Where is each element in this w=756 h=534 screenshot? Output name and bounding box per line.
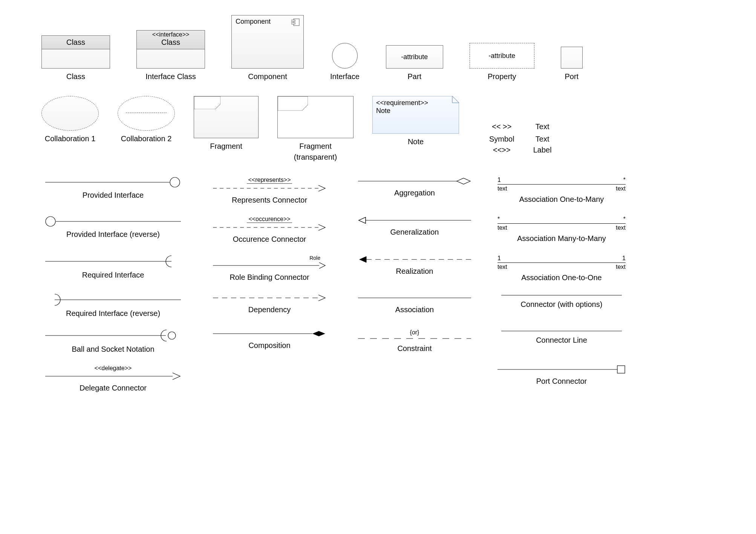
svg-rect-25	[617, 366, 625, 373]
occurence-arrow-icon	[213, 223, 326, 232]
association-label: Association	[395, 305, 434, 314]
collab1-caption: Collaboration 1	[45, 134, 96, 143]
interface-stereotype: <<interface>>	[138, 31, 203, 38]
collab2-shape	[118, 96, 175, 131]
assoc-mm-line	[497, 223, 626, 224]
ball-and-socket: Ball and Socket Notation	[41, 329, 185, 354]
connector-options-label: Connector (with options)	[521, 300, 603, 309]
fragment-shape	[194, 96, 259, 138]
empty-col2	[207, 365, 332, 392]
interface-class-box: <<interface>> Class	[136, 30, 205, 69]
text-label-text: Text	[536, 122, 549, 131]
role-arrow-icon	[213, 261, 326, 270]
assoc-mm-l1: *	[497, 216, 500, 223]
assoc-11-label: Association One-to-One	[497, 273, 626, 282]
component-icon	[291, 18, 300, 26]
svg-point-19	[168, 332, 176, 339]
provided-interface: Provided Interface	[41, 177, 185, 204]
assoc-1m-l1: 1	[497, 177, 501, 183]
connector-line: Connector Line	[497, 329, 626, 354]
assoc-11-r1: 1	[622, 255, 626, 262]
note-caption: Note	[408, 137, 424, 146]
required-interface: Required Interface	[41, 255, 185, 282]
symbol-text: << >>	[492, 122, 511, 131]
symbol-caption1: Symbol	[489, 135, 514, 143]
interface-class-body	[137, 49, 205, 68]
shape-property: -attribute Property	[470, 43, 534, 81]
provided-interface-rev-icon	[45, 216, 181, 227]
connector-with-options: Connector (with options)	[497, 293, 626, 318]
class-caption: Class	[66, 72, 85, 81]
component-caption: Component	[248, 72, 287, 81]
represents-anno: <<represents>>	[247, 177, 292, 184]
interface-class-title: <<interface>> Class	[137, 31, 205, 49]
composition-icon	[213, 329, 326, 338]
provided-interface-reverse: Provided Interface (reverse)	[41, 216, 185, 244]
assoc-one-to-one: 1 1 text text Association One-to-One	[497, 255, 626, 282]
svg-rect-2	[291, 23, 295, 24]
required-interface-rev-label: Required Interface (reverse)	[66, 309, 160, 318]
assoc-1m-r1: *	[623, 177, 626, 183]
class-box: Class	[41, 35, 110, 69]
assoc-1m-r2: text	[616, 185, 626, 192]
collab1-shape	[41, 96, 99, 131]
svg-point-7	[46, 217, 55, 226]
collab2-caption: Collaboration 2	[121, 134, 172, 143]
shape-part: -attribute Part	[386, 45, 443, 81]
delegate-icon	[45, 372, 181, 381]
shape-collab1: Collaboration 1	[41, 96, 99, 143]
component-box: Component	[231, 15, 304, 69]
interface-class-caption: Interface Class	[145, 72, 196, 81]
svg-rect-1	[291, 20, 295, 21]
aggregation: Aggregation	[354, 177, 475, 204]
assoc-11-l2: text	[497, 264, 507, 270]
text-label-caption1: Text	[536, 135, 549, 143]
fragment-t-caption1: Fragment	[299, 142, 332, 151]
aggregation-icon	[358, 177, 471, 186]
aggregation-label: Aggregation	[394, 189, 435, 197]
delegate-anno: <<delegate>>	[95, 365, 132, 372]
role-binding-connector: Role Role Binding Connector	[207, 255, 332, 282]
assoc-1m-sub: text text	[497, 185, 626, 192]
note-text: Note	[376, 107, 455, 115]
fragment-tab-icon	[194, 96, 220, 109]
constraint-label: Constraint	[397, 344, 432, 353]
assoc-11-r2: text	[616, 264, 626, 270]
fragment-caption: Fragment	[210, 142, 242, 151]
assoc-11-top: 1 1	[497, 255, 626, 262]
symbol-caption2: <<>>	[493, 146, 511, 154]
represents-connector: <<represents>> Represents Connector	[207, 177, 332, 204]
shape-text-label: Text Text Label	[533, 96, 552, 154]
assoc-11-l1: 1	[497, 255, 501, 262]
assoc-mm-r2: text	[616, 224, 626, 231]
shape-fragment: Fragment	[194, 96, 259, 151]
delegate-connector: <<delegate>> Delegate Connector	[41, 365, 185, 392]
class-title: Class	[42, 36, 110, 49]
part-box: -attribute	[386, 45, 443, 69]
delegate-label: Delegate Connector	[80, 384, 147, 392]
ball-socket-label: Ball and Socket Notation	[72, 345, 154, 354]
provided-interface-icon	[45, 177, 181, 188]
assoc-1m-top: 1 *	[497, 177, 626, 183]
generalization: Generalization	[354, 216, 475, 244]
collab2-divider	[126, 113, 167, 113]
fragment-transparent-shape	[277, 96, 354, 138]
svg-point-4	[170, 177, 180, 187]
provided-interface-rev-label: Provided Interface (reverse)	[66, 230, 160, 239]
shape-symbol: << >> Symbol <<>>	[489, 96, 514, 154]
constraint: {or} Constraint	[354, 329, 475, 354]
association: Association	[354, 293, 475, 318]
shape-collab2: Collaboration 2	[118, 96, 175, 143]
interface-circle-icon	[332, 43, 358, 69]
shape-note: <<requirement>> Note Note	[372, 96, 459, 146]
shape-class: Class Class	[41, 35, 110, 81]
dependency-label: Dependency	[248, 305, 291, 314]
realization: Realization	[354, 255, 475, 282]
assoc-11-sub: text text	[497, 264, 626, 270]
required-interface-rev-icon	[45, 293, 181, 306]
assoc-1m-line	[497, 184, 626, 185]
interface-class-name: Class	[138, 38, 203, 47]
shape-component: Component Component	[231, 15, 304, 81]
port-connector: Port Connector	[497, 365, 626, 392]
required-interface-label: Required Interface	[82, 271, 144, 279]
